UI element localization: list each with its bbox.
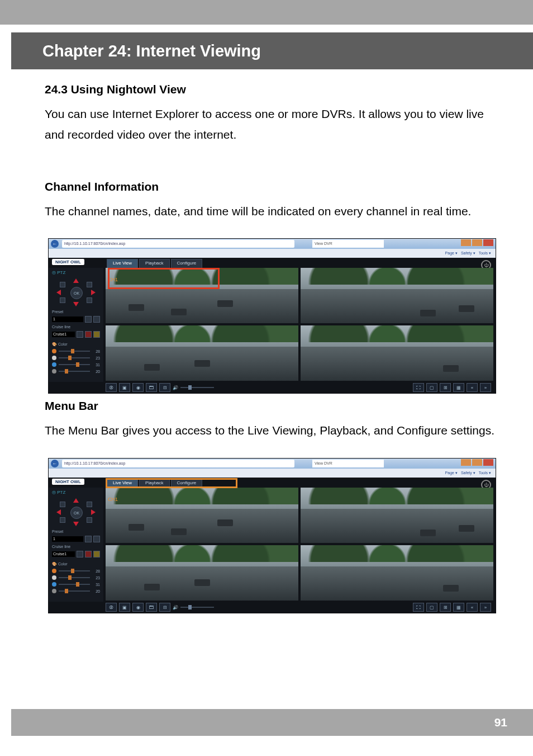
ie-menu-safety[interactable]: Safety ▾ — [461, 251, 475, 256]
cruise-input[interactable]: Cruise1 — [52, 551, 75, 557]
brightness-slider[interactable]: 28 — [49, 568, 103, 574]
preset-go-button[interactable] — [85, 316, 92, 323]
cruise-play-button[interactable] — [77, 331, 83, 338]
ptz-up-icon[interactable] — [73, 498, 79, 503]
layout-9-button[interactable]: ▦ — [453, 383, 464, 392]
ptz-right-icon[interactable] — [91, 290, 96, 295]
ptz-downright-icon[interactable] — [87, 297, 92, 303]
volume-control[interactable]: 🔊 — [173, 385, 214, 390]
talk-button[interactable]: 🗔 — [146, 383, 157, 392]
next-page-button[interactable]: » — [480, 383, 491, 392]
preset-input[interactable]: 1 — [52, 536, 83, 542]
snapshot-button[interactable]: ▣ — [119, 383, 130, 392]
min-button[interactable] — [461, 459, 471, 466]
camera-ch4[interactable] — [301, 545, 493, 601]
preset-input[interactable]: 1 — [52, 316, 83, 322]
layout-1-button[interactable]: ▢ — [426, 383, 437, 392]
ptz-down-icon[interactable] — [73, 522, 79, 526]
cruise-label: Cruise line — [52, 325, 70, 329]
camera-ch3[interactable] — [106, 545, 298, 601]
hue-value: 31 — [92, 583, 100, 587]
record-all-button[interactable]: ⦿ — [106, 603, 117, 612]
preset-go-button[interactable] — [85, 536, 92, 542]
ptz-upleft-icon[interactable] — [60, 282, 65, 287]
close-button[interactable] — [483, 459, 493, 466]
address-bar[interactable]: http://10.1.10.17:8070/cn/index.asp — [62, 460, 294, 467]
record-all-button[interactable]: ⦿ — [106, 383, 117, 392]
page-number: 91 — [494, 716, 507, 729]
fullscreen-button[interactable]: ⛶ — [413, 383, 424, 392]
ptz-downright-icon[interactable] — [87, 517, 92, 523]
main-view: Live View Playback Configure CH1 — [103, 258, 496, 382]
saturation-slider[interactable]: 20 — [49, 588, 103, 594]
cruise-rec-button[interactable] — [85, 331, 92, 338]
ie-menu-page[interactable]: Page ▾ — [445, 251, 458, 256]
search-box[interactable]: View DVR — [312, 460, 384, 467]
ptz-left-icon[interactable] — [56, 509, 61, 515]
close-button[interactable] — [483, 239, 493, 246]
preset-stop-button[interactable] — [93, 316, 100, 323]
ptz-ok-button[interactable]: OK — [70, 507, 83, 519]
cruise-edit-button[interactable] — [93, 331, 100, 338]
camera-ch1[interactable]: CH1 — [106, 488, 298, 543]
contrast-slider[interactable]: 23 — [49, 355, 103, 361]
saturation-slider[interactable]: 20 — [49, 368, 103, 375]
page: Chapter 24: Internet Viewing 24.3 Using … — [0, 0, 533, 756]
sidebar: ◎ PTZ OK Preset — [49, 268, 103, 382]
section-2-body: The channel names, date, and time will b… — [45, 201, 499, 222]
ptz-downleft-icon[interactable] — [60, 517, 65, 523]
camera-ch2[interactable] — [301, 488, 493, 543]
ie-menu-tools[interactable]: Tools ▾ — [479, 251, 491, 256]
record-button[interactable]: ◉ — [132, 603, 144, 612]
talk-button[interactable]: 🗔 — [146, 603, 157, 612]
snapshot-button[interactable]: ▣ — [119, 603, 130, 612]
prev-page-button[interactable]: « — [467, 383, 478, 392]
camera-ch4[interactable] — [301, 325, 493, 381]
speaker-icon: 🔊 — [173, 605, 178, 610]
brightness-slider[interactable]: 28 — [49, 348, 103, 355]
ptz-up-icon[interactable] — [73, 278, 79, 283]
camera-ch1[interactable]: CH1 — [106, 268, 298, 323]
layout-4-button[interactable]: ⊞ — [440, 383, 451, 392]
next-page-button[interactable]: » — [480, 603, 491, 612]
camera-ch3[interactable] — [106, 325, 298, 381]
browser-titlebar: ← http://10.1.10.17:8070/cn/index.asp Vi… — [49, 239, 496, 249]
cruise-rec-button[interactable] — [85, 551, 92, 557]
ie-menu-page[interactable]: Page ▾ — [445, 471, 458, 475]
layout-9-button[interactable]: ▦ — [453, 603, 464, 612]
back-icon[interactable]: ← — [51, 460, 59, 467]
prev-page-button[interactable]: « — [467, 603, 478, 612]
ie-menu-tools[interactable]: Tools ▾ — [479, 471, 491, 475]
camera-ch2[interactable] — [301, 268, 493, 323]
address-bar[interactable]: http://10.1.10.17:8070/cn/index.asp — [62, 240, 294, 248]
ptz-downleft-icon[interactable] — [60, 297, 65, 303]
preset-stop-button[interactable] — [93, 536, 100, 542]
ptz-upright-icon[interactable] — [87, 502, 92, 507]
min-button[interactable] — [461, 239, 471, 246]
volume-control[interactable]: 🔊 — [173, 605, 214, 610]
back-icon[interactable]: ← — [51, 240, 59, 248]
ptz-upleft-icon[interactable] — [60, 502, 65, 507]
contrast-slider[interactable]: 23 — [49, 574, 103, 581]
layout-1-button[interactable]: ▢ — [426, 603, 437, 612]
search-box[interactable]: View DVR — [312, 240, 384, 248]
ptz-down-icon[interactable] — [73, 302, 79, 306]
ie-menu-safety[interactable]: Safety ▾ — [461, 471, 475, 475]
max-button[interactable] — [472, 459, 482, 466]
close-view-button[interactable]: ⊟ — [159, 603, 170, 612]
fullscreen-button[interactable]: ⛶ — [413, 603, 424, 612]
ptz-upright-icon[interactable] — [87, 282, 92, 287]
hue-slider[interactable]: 31 — [49, 361, 103, 368]
ptz-ok-button[interactable]: OK — [70, 287, 83, 299]
ptz-right-icon[interactable] — [91, 509, 96, 515]
ptz-left-icon[interactable] — [56, 290, 61, 295]
record-button[interactable]: ◉ — [132, 383, 144, 392]
max-button[interactable] — [472, 239, 482, 246]
close-view-button[interactable]: ⊟ — [159, 383, 170, 392]
hue-slider[interactable]: 31 — [49, 581, 103, 588]
cruise-edit-button[interactable] — [93, 551, 100, 557]
cruise-play-button[interactable] — [77, 551, 83, 557]
layout-4-button[interactable]: ⊞ — [440, 603, 451, 612]
preset-label: Preset — [52, 310, 63, 314]
cruise-input[interactable]: Cruise1 — [52, 332, 75, 337]
